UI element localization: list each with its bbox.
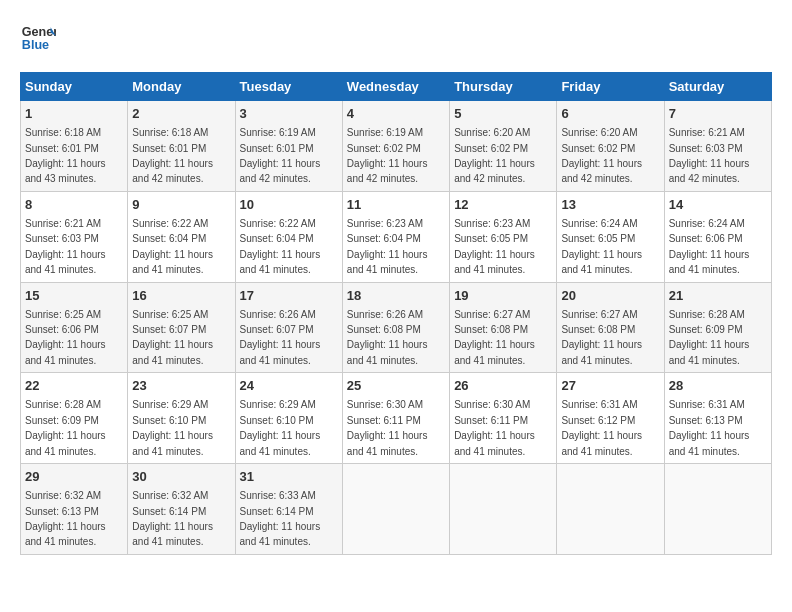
day-number: 16 (132, 287, 230, 305)
calendar-cell (557, 464, 664, 555)
logo: General Blue (20, 20, 56, 56)
day-number: 21 (669, 287, 767, 305)
day-info: Sunrise: 6:33 AMSunset: 6:14 PMDaylight:… (240, 490, 321, 547)
day-number: 15 (25, 287, 123, 305)
calendar-table: SundayMondayTuesdayWednesdayThursdayFrid… (20, 72, 772, 555)
day-number: 4 (347, 105, 445, 123)
day-info: Sunrise: 6:31 AMSunset: 6:13 PMDaylight:… (669, 399, 750, 456)
calendar-cell: 26Sunrise: 6:30 AMSunset: 6:11 PMDayligh… (450, 373, 557, 464)
day-info: Sunrise: 6:22 AMSunset: 6:04 PMDaylight:… (240, 218, 321, 275)
day-info: Sunrise: 6:28 AMSunset: 6:09 PMDaylight:… (25, 399, 106, 456)
day-info: Sunrise: 6:32 AMSunset: 6:14 PMDaylight:… (132, 490, 213, 547)
calendar-cell: 10Sunrise: 6:22 AMSunset: 6:04 PMDayligh… (235, 191, 342, 282)
header-saturday: Saturday (664, 73, 771, 101)
day-number: 12 (454, 196, 552, 214)
calendar-cell: 1Sunrise: 6:18 AMSunset: 6:01 PMDaylight… (21, 101, 128, 192)
calendar-cell: 9Sunrise: 6:22 AMSunset: 6:04 PMDaylight… (128, 191, 235, 282)
calendar-cell: 19Sunrise: 6:27 AMSunset: 6:08 PMDayligh… (450, 282, 557, 373)
day-info: Sunrise: 6:19 AMSunset: 6:01 PMDaylight:… (240, 127, 321, 184)
day-info: Sunrise: 6:26 AMSunset: 6:07 PMDaylight:… (240, 309, 321, 366)
page-header: General Blue (20, 20, 772, 56)
day-number: 5 (454, 105, 552, 123)
day-number: 8 (25, 196, 123, 214)
day-number: 18 (347, 287, 445, 305)
day-number: 23 (132, 377, 230, 395)
calendar-cell: 4Sunrise: 6:19 AMSunset: 6:02 PMDaylight… (342, 101, 449, 192)
day-info: Sunrise: 6:29 AMSunset: 6:10 PMDaylight:… (132, 399, 213, 456)
day-number: 14 (669, 196, 767, 214)
calendar-cell: 15Sunrise: 6:25 AMSunset: 6:06 PMDayligh… (21, 282, 128, 373)
calendar-cell: 31Sunrise: 6:33 AMSunset: 6:14 PMDayligh… (235, 464, 342, 555)
day-number: 26 (454, 377, 552, 395)
day-number: 11 (347, 196, 445, 214)
day-info: Sunrise: 6:20 AMSunset: 6:02 PMDaylight:… (454, 127, 535, 184)
day-info: Sunrise: 6:18 AMSunset: 6:01 PMDaylight:… (132, 127, 213, 184)
day-info: Sunrise: 6:25 AMSunset: 6:06 PMDaylight:… (25, 309, 106, 366)
header-wednesday: Wednesday (342, 73, 449, 101)
calendar-cell: 29Sunrise: 6:32 AMSunset: 6:13 PMDayligh… (21, 464, 128, 555)
day-info: Sunrise: 6:20 AMSunset: 6:02 PMDaylight:… (561, 127, 642, 184)
calendar-cell: 18Sunrise: 6:26 AMSunset: 6:08 PMDayligh… (342, 282, 449, 373)
calendar-cell: 7Sunrise: 6:21 AMSunset: 6:03 PMDaylight… (664, 101, 771, 192)
day-number: 22 (25, 377, 123, 395)
day-info: Sunrise: 6:18 AMSunset: 6:01 PMDaylight:… (25, 127, 106, 184)
day-number: 19 (454, 287, 552, 305)
day-info: Sunrise: 6:30 AMSunset: 6:11 PMDaylight:… (347, 399, 428, 456)
calendar-cell: 17Sunrise: 6:26 AMSunset: 6:07 PMDayligh… (235, 282, 342, 373)
day-number: 28 (669, 377, 767, 395)
calendar-cell: 28Sunrise: 6:31 AMSunset: 6:13 PMDayligh… (664, 373, 771, 464)
day-number: 29 (25, 468, 123, 486)
header-thursday: Thursday (450, 73, 557, 101)
week-row-4: 22Sunrise: 6:28 AMSunset: 6:09 PMDayligh… (21, 373, 772, 464)
day-number: 3 (240, 105, 338, 123)
day-number: 24 (240, 377, 338, 395)
day-number: 1 (25, 105, 123, 123)
calendar-cell (342, 464, 449, 555)
calendar-cell: 12Sunrise: 6:23 AMSunset: 6:05 PMDayligh… (450, 191, 557, 282)
calendar-cell: 25Sunrise: 6:30 AMSunset: 6:11 PMDayligh… (342, 373, 449, 464)
day-number: 6 (561, 105, 659, 123)
day-info: Sunrise: 6:24 AMSunset: 6:06 PMDaylight:… (669, 218, 750, 275)
calendar-cell: 23Sunrise: 6:29 AMSunset: 6:10 PMDayligh… (128, 373, 235, 464)
header-friday: Friday (557, 73, 664, 101)
day-number: 20 (561, 287, 659, 305)
calendar-cell: 2Sunrise: 6:18 AMSunset: 6:01 PMDaylight… (128, 101, 235, 192)
day-number: 27 (561, 377, 659, 395)
day-info: Sunrise: 6:31 AMSunset: 6:12 PMDaylight:… (561, 399, 642, 456)
day-info: Sunrise: 6:29 AMSunset: 6:10 PMDaylight:… (240, 399, 321, 456)
day-number: 31 (240, 468, 338, 486)
calendar-cell: 14Sunrise: 6:24 AMSunset: 6:06 PMDayligh… (664, 191, 771, 282)
day-number: 10 (240, 196, 338, 214)
week-row-5: 29Sunrise: 6:32 AMSunset: 6:13 PMDayligh… (21, 464, 772, 555)
calendar-cell: 6Sunrise: 6:20 AMSunset: 6:02 PMDaylight… (557, 101, 664, 192)
header-tuesday: Tuesday (235, 73, 342, 101)
week-row-1: 1Sunrise: 6:18 AMSunset: 6:01 PMDaylight… (21, 101, 772, 192)
day-number: 25 (347, 377, 445, 395)
day-info: Sunrise: 6:32 AMSunset: 6:13 PMDaylight:… (25, 490, 106, 547)
calendar-cell: 16Sunrise: 6:25 AMSunset: 6:07 PMDayligh… (128, 282, 235, 373)
calendar-cell: 20Sunrise: 6:27 AMSunset: 6:08 PMDayligh… (557, 282, 664, 373)
svg-text:Blue: Blue (22, 38, 49, 52)
week-row-2: 8Sunrise: 6:21 AMSunset: 6:03 PMDaylight… (21, 191, 772, 282)
day-info: Sunrise: 6:27 AMSunset: 6:08 PMDaylight:… (561, 309, 642, 366)
day-info: Sunrise: 6:25 AMSunset: 6:07 PMDaylight:… (132, 309, 213, 366)
calendar-cell: 11Sunrise: 6:23 AMSunset: 6:04 PMDayligh… (342, 191, 449, 282)
logo-icon: General Blue (20, 20, 56, 56)
calendar-cell (664, 464, 771, 555)
day-info: Sunrise: 6:30 AMSunset: 6:11 PMDaylight:… (454, 399, 535, 456)
day-number: 13 (561, 196, 659, 214)
day-info: Sunrise: 6:28 AMSunset: 6:09 PMDaylight:… (669, 309, 750, 366)
day-number: 17 (240, 287, 338, 305)
calendar-cell (450, 464, 557, 555)
day-info: Sunrise: 6:24 AMSunset: 6:05 PMDaylight:… (561, 218, 642, 275)
calendar-cell: 5Sunrise: 6:20 AMSunset: 6:02 PMDaylight… (450, 101, 557, 192)
day-info: Sunrise: 6:27 AMSunset: 6:08 PMDaylight:… (454, 309, 535, 366)
header-sunday: Sunday (21, 73, 128, 101)
calendar-cell: 22Sunrise: 6:28 AMSunset: 6:09 PMDayligh… (21, 373, 128, 464)
week-row-3: 15Sunrise: 6:25 AMSunset: 6:06 PMDayligh… (21, 282, 772, 373)
calendar-cell: 27Sunrise: 6:31 AMSunset: 6:12 PMDayligh… (557, 373, 664, 464)
day-info: Sunrise: 6:23 AMSunset: 6:04 PMDaylight:… (347, 218, 428, 275)
day-info: Sunrise: 6:21 AMSunset: 6:03 PMDaylight:… (669, 127, 750, 184)
calendar-cell: 21Sunrise: 6:28 AMSunset: 6:09 PMDayligh… (664, 282, 771, 373)
header-monday: Monday (128, 73, 235, 101)
